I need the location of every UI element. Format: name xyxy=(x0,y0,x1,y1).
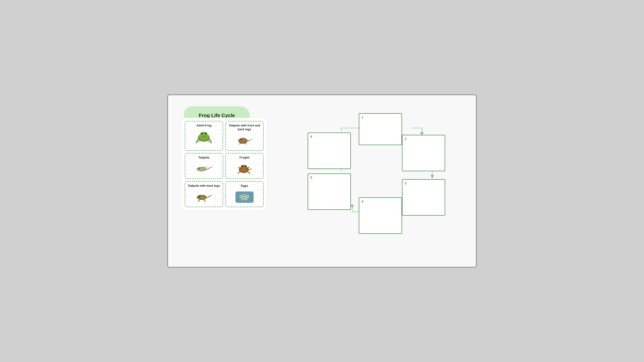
card-eggs-label: Eggs xyxy=(241,184,248,188)
svg-point-35 xyxy=(240,196,242,197)
card-adult-frog[interactable]: Adult Frog xyxy=(185,121,223,151)
svg-point-28 xyxy=(199,196,200,197)
adult-frog-image xyxy=(194,129,214,144)
box-3-num: 3 xyxy=(405,181,406,185)
svg-point-12 xyxy=(241,139,241,140)
svg-rect-29 xyxy=(236,191,254,203)
box-5-num: 5 xyxy=(310,176,312,179)
tadpole-front-back-image xyxy=(234,133,255,148)
card-tadpole-back-label: Tadpole with back legs xyxy=(188,184,220,188)
card-adult-frog-label: Adult Frog xyxy=(196,124,211,128)
card-froglet[interactable]: Froglet xyxy=(226,153,264,179)
svg-point-36 xyxy=(244,195,245,196)
svg-point-5 xyxy=(201,133,202,134)
card-froglet-label: Froglet xyxy=(240,156,250,160)
card-tadpole-front-back-label: Tadpole with front and back legs xyxy=(228,124,262,131)
cycle-box-4[interactable]: 4 xyxy=(359,197,402,234)
svg-point-37 xyxy=(247,196,248,197)
svg-point-39 xyxy=(245,198,246,199)
box-1-num: 1 xyxy=(362,116,363,119)
card-eggs[interactable]: Eggs xyxy=(226,181,264,207)
cycle-box-5[interactable]: 5 xyxy=(308,174,351,210)
card-tadpole[interactable]: Tadpole xyxy=(185,153,223,179)
svg-point-38 xyxy=(242,198,243,199)
card-tadpole-back[interactable]: Tadpole with back legs xyxy=(185,181,223,207)
svg-point-16 xyxy=(199,168,200,169)
cycle-box-6[interactable]: 6 xyxy=(308,133,351,169)
card-tadpole-label: Tadpole xyxy=(198,156,210,160)
card-tadpole-front-back[interactable]: Tadpole with front and back legs xyxy=(226,121,264,151)
svg-point-17 xyxy=(199,168,200,168)
box-6-num: 6 xyxy=(310,135,312,139)
svg-point-23 xyxy=(242,166,242,167)
svg-point-6 xyxy=(206,133,206,134)
svg-point-7 xyxy=(202,133,202,133)
card-bank: Adult Frog xyxy=(182,118,267,210)
main-page: Frog Life Cycle Adult Frog xyxy=(168,95,476,267)
cycle-area: 1 2 3 4 5 6 xyxy=(275,109,469,258)
svg-point-24 xyxy=(245,166,246,167)
cycle-box-3[interactable]: 3 xyxy=(402,179,445,216)
box-4-num: 4 xyxy=(362,200,363,203)
froglet-image xyxy=(234,161,255,176)
cycle-box-1[interactable]: 1 xyxy=(359,113,402,145)
eggs-image xyxy=(234,189,255,204)
svg-point-10 xyxy=(239,138,247,143)
box-2-num: 2 xyxy=(405,137,406,141)
cycle-box-2[interactable]: 2 xyxy=(402,135,445,171)
tadpole-back-image xyxy=(194,189,214,204)
svg-point-8 xyxy=(206,133,206,133)
tadpole-image xyxy=(194,161,214,176)
